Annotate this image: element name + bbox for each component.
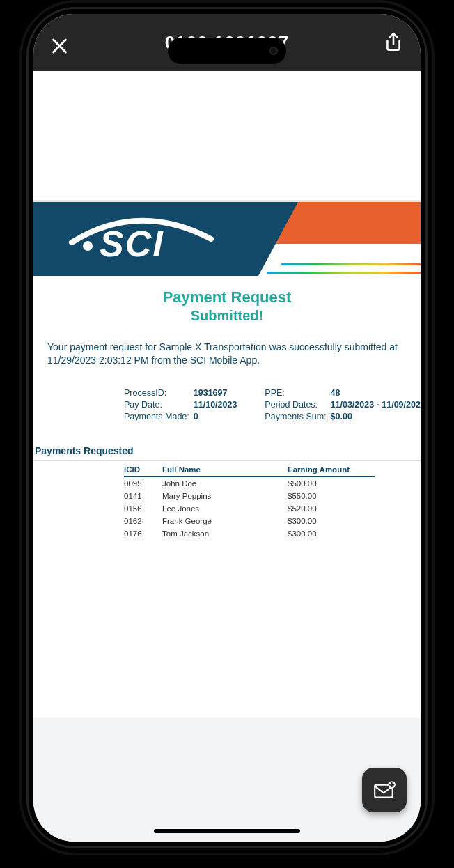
cell-name: Frank George [162,517,288,525]
payment-report: SCI Payment Request Submitted! Your paym… [33,202,421,718]
phone-silent-switch [10,146,19,181]
table-row: 0176Tom Jackson$300.00 [124,527,375,540]
svg-text:SCI: SCI [100,224,164,264]
banner-rainbow-line-2 [267,272,421,274]
processid-label: ProcessID: [124,388,189,398]
dynamic-island [168,38,286,64]
payments-table: ICID Full Name Earning Amount 0095John D… [124,465,375,540]
report-title-line2: Submitted! [33,308,421,324]
cell-icid: 0156 [124,504,162,513]
table-row: 0141Mary Poppins$550.00 [124,490,375,502]
cell-amount: $300.00 [288,529,375,538]
details-grid: ProcessID: 1931697 PPE: 48 Pay Date: 11/… [124,388,407,421]
table-header-row: ICID Full Name Earning Amount [124,465,375,477]
phone-volume-down [10,286,19,355]
cell-icid: 0162 [124,517,162,525]
report-title-block: Payment Request Submitted! [33,288,421,324]
camera-dot [269,47,278,55]
mail-plus-icon [373,778,396,802]
cell-amount: $300.00 [288,517,375,525]
banner-rainbow-line-1 [281,263,421,265]
cell-amount: $520.00 [288,504,375,513]
cell-amount: $550.00 [288,492,375,500]
share-icon [384,32,402,53]
home-indicator[interactable] [154,829,300,833]
col-name: Full Name [162,465,288,474]
cell-name: Mary Poppins [162,492,288,500]
cell-icid: 0176 [124,529,162,538]
ppe-label: PPE: [265,388,326,398]
cell-name: Lee Jones [162,504,288,513]
perioddates-label: Period Dates: [265,400,326,410]
col-icid: ICID [124,465,162,474]
screen: 0100 1001007 [33,14,421,842]
phone-power-button [444,230,454,327]
sci-logo: SCI [61,208,221,273]
cell-amount: $500.00 [288,479,375,488]
col-amount: Earning Amount [288,465,375,474]
paymentssum-label: Payments Sum: [265,412,326,421]
svg-point-0 [83,241,93,251]
paymentssum-value: $0.00 [331,412,421,421]
paydate-label: Pay Date: [124,400,189,410]
ppe-value: 48 [331,388,421,398]
paydate-value: 11/10/2023 [194,400,237,410]
table-row: 0162Frank George$300.00 [124,515,375,527]
perioddates-value: 11/03/2023 - 11/09/2023 [331,400,421,410]
cell-icid: 0141 [124,492,162,500]
document-viewer[interactable]: SCI Payment Request Submitted! Your paym… [33,71,421,842]
table-row: 0095John Doe$500.00 [124,477,375,490]
paymentsmade-value: 0 [194,412,237,421]
compose-mail-button[interactable] [362,768,407,812]
report-title-line1: Payment Request [33,288,421,307]
paymentsmade-label: Payments Made: [124,412,189,421]
processid-value: 1931697 [194,388,237,398]
confirmation-text: Your payment request for Sample X Transp… [47,341,407,367]
payments-requested-heading: Payments Requested [33,445,421,461]
cell-name: Tom Jackson [162,529,288,538]
report-banner: SCI [33,202,421,276]
cell-name: John Doe [162,479,288,488]
close-button[interactable] [49,36,70,57]
table-row: 0156Lee Jones$520.00 [124,502,375,515]
cell-icid: 0095 [124,479,162,488]
share-button[interactable] [384,32,405,53]
phone-volume-up [10,202,19,272]
document-top-whitespace [33,71,421,202]
